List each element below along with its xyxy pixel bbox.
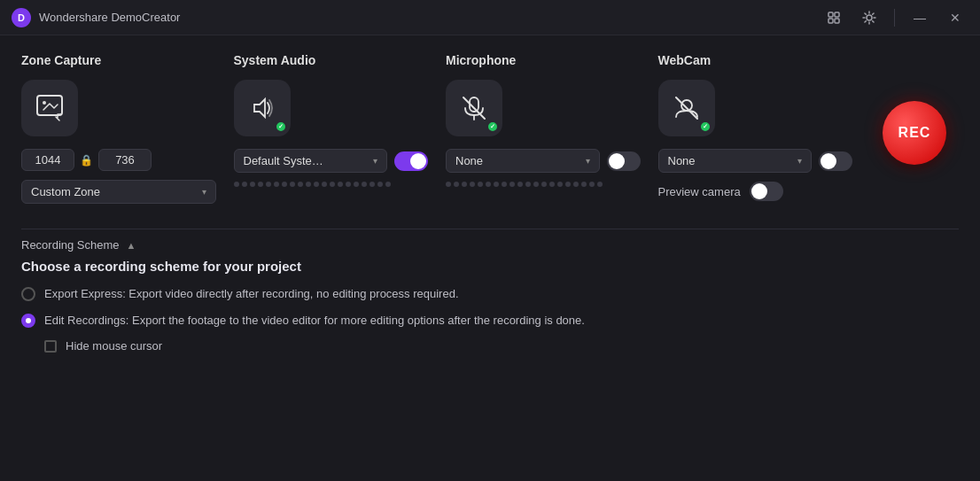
zone-type-label: Custom Zone [31,185,100,198]
hide-cursor-checkbox[interactable] [44,340,57,353]
microphone-toggle[interactable] [607,151,641,171]
mic-device-label: None [455,154,483,167]
zone-height-input[interactable]: 736 [98,149,152,171]
mic-device-arrow: ▾ [586,156,590,166]
zone-type-arrow: ▾ [202,187,206,197]
main-content: Zone Capture 1044 🔒 736 Custom Zone ▾ [0,35,980,481]
webcam-device-label: None [668,154,696,167]
zone-type-row: Custom Zone ▾ [21,180,216,204]
app-logo: D [11,7,32,28]
webcam-toggle-thumb [821,153,836,169]
mic-status-dot [486,120,499,133]
webcam-device-dropdown[interactable]: None ▾ [658,149,813,173]
preview-camera-row: Preview camera [658,182,853,201]
zone-capture-title: Zone Capture [21,53,216,67]
recording-scheme-label: Recording Scheme [21,238,120,252]
hide-cursor-option[interactable]: Hide mouse cursor [44,339,959,353]
svg-rect-3 [835,12,839,17]
audio-device-label: Default Syste… [244,154,323,167]
title-bar: D Wondershare DemoCreator — ✕ [0,0,980,35]
webcam-status-dot [699,120,712,133]
hide-cursor-label: Hide mouse cursor [66,339,162,353]
zone-width-input[interactable]: 1044 [21,149,74,171]
capture-controls-row: Zone Capture 1044 🔒 736 Custom Zone ▾ [21,53,959,213]
rec-button[interactable]: REC [883,101,946,165]
preview-camera-label: Preview camera [658,185,741,198]
mic-level-indicator [446,182,641,187]
zone-dimensions: 1044 🔒 736 [21,149,216,171]
speaker-icon [247,93,277,123]
window-controls: — ✕ [820,4,969,32]
separator [894,9,895,27]
recording-scheme-arrow: ▲ [127,240,136,251]
edit-recordings-option[interactable]: Edit Recordings: Export the footage to t… [21,313,959,329]
system-audio-title: System Audio [234,53,429,67]
webcam-section: WebCam None ▾ Previ [658,53,871,213]
microphone-section: Microphone None ▾ [446,53,658,213]
settings-icon[interactable] [855,4,883,32]
preview-camera-toggle-thumb [751,183,767,199]
rec-button-col: REC [870,53,959,213]
webcam-toggle[interactable] [819,151,852,171]
webcam-mute-icon [672,93,702,123]
edit-recordings-radio[interactable] [21,314,35,328]
zone-capture-icon [35,93,65,123]
close-button[interactable]: ✕ [941,4,969,32]
svg-text:D: D [18,12,25,23]
export-express-option[interactable]: Export Express: Export video directly af… [21,286,959,302]
edit-recordings-label: Edit Recordings: Export the footage to t… [44,313,585,329]
system-audio-toggle[interactable] [394,151,428,171]
audio-device-row: Default Syste… ▾ [234,149,429,173]
svg-point-6 [867,15,872,20]
export-express-radio[interactable] [21,287,35,301]
recording-scheme-content: Choose a recording scheme for your proje… [21,259,959,353]
audio-device-arrow: ▾ [373,156,377,166]
capture-icon[interactable] [820,4,848,32]
webcam-device-row: None ▾ [658,149,853,173]
svg-rect-7 [37,96,62,115]
system-audio-section: System Audio Default Syste… ▾ [234,53,447,213]
microphone-icon-box[interactable] [446,80,502,136]
svg-rect-4 [828,19,833,23]
webcam-icon-box[interactable] [658,80,715,136]
audio-level-indicator [234,182,429,187]
recording-scheme-header[interactable]: Recording Scheme ▲ [21,238,959,252]
svg-rect-2 [828,12,833,17]
system-audio-icon-box[interactable] [234,80,291,136]
zone-capture-icon-box[interactable] [21,80,78,136]
webcam-device-arrow: ▾ [797,156,802,166]
zone-type-dropdown[interactable]: Custom Zone ▾ [21,180,216,204]
audio-device-dropdown[interactable]: Default Syste… ▾ [234,149,388,173]
mic-device-row: None ▾ [446,149,641,173]
app-title: Wondershare DemoCreator [39,11,820,24]
microphone-toggle-thumb [609,153,625,169]
mic-device-dropdown[interactable]: None ▾ [446,149,600,173]
webcam-title: WebCam [658,53,853,67]
scheme-title: Choose a recording scheme for your proje… [21,259,959,274]
lock-icon: 🔒 [80,154,93,167]
section-divider [21,229,959,229]
zone-capture-section: Zone Capture 1044 🔒 736 Custom Zone ▾ [21,53,234,213]
system-audio-toggle-thumb [410,153,426,169]
svg-rect-5 [835,19,839,23]
export-express-label: Export Express: Export video directly af… [44,286,459,302]
audio-status-dot [275,120,287,133]
minimize-button[interactable]: — [906,4,934,32]
microphone-mute-icon [459,93,489,123]
microphone-title: Microphone [446,53,641,67]
preview-camera-toggle[interactable] [750,182,783,201]
svg-point-8 [43,101,46,105]
